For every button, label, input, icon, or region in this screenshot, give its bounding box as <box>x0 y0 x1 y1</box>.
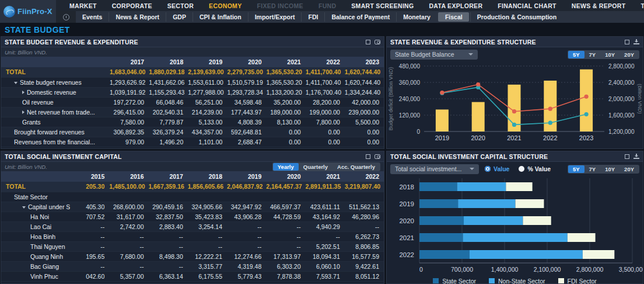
row-label: TOTAL <box>1 67 110 77</box>
main-menu-item-financial-chart[interactable]: FINANCIAL CHART <box>490 2 564 9</box>
legend-label: State Sector <box>442 278 476 284</box>
cell-value: 5,202.51 <box>306 241 345 251</box>
radio--value[interactable]: % Value <box>519 165 551 172</box>
camera-icon[interactable] <box>374 40 380 44</box>
cell-value: 979.00 <box>110 137 149 147</box>
row-label: Ha Noi <box>1 212 70 221</box>
sub-menu-item-production-consumption[interactable]: Production & Consumption <box>470 12 564 22</box>
cell-value: 2,139,639.00 <box>188 67 227 77</box>
cell-value: 1,365,530.20 <box>267 67 306 77</box>
expand-icon[interactable] <box>22 91 24 94</box>
sub-menu-item-fdi[interactable]: FDI <box>301 12 324 22</box>
maximize-icon[interactable] <box>366 40 370 44</box>
revenue-row[interactable]: State budget revenues1,293,626.921,431,6… <box>1 77 384 87</box>
range-20y[interactable]: 20Y <box>620 165 639 173</box>
range-20y[interactable]: 20Y <box>620 51 639 58</box>
svg-text:(Billion VND): (Billion VND) <box>637 84 642 114</box>
range-5y[interactable]: 5Y <box>568 51 584 58</box>
range-10y[interactable]: 10Y <box>600 51 620 58</box>
camera-icon[interactable] <box>374 154 380 159</box>
investment-row[interactable]: Ha Noi707.5231,617.0032,837.5035,423.834… <box>1 212 384 221</box>
investment-row[interactable]: Vinh Phuc042.605,357.006,363.146,175.555… <box>1 271 384 281</box>
main-menu-item-smart-screening[interactable]: SMART SCREENING <box>344 2 421 9</box>
maximize-icon[interactable] <box>366 154 370 159</box>
investment-row[interactable]: Capital under State...405.30268,600.0029… <box>1 202 384 212</box>
row-label: Quang Ninh <box>1 251 70 261</box>
revenue-row[interactable]: Domestic revenue1,039,191.921,155,293.43… <box>1 87 384 97</box>
sub-menu-item-gdp[interactable]: GDP <box>166 12 192 22</box>
svg-text:0: 0 <box>419 266 423 273</box>
cell-value: 268,600.00 <box>109 202 148 212</box>
cell-value: 1,856,605.66 <box>188 182 227 192</box>
collapse-icon[interactable] <box>14 82 18 84</box>
cell-value: 12,274.66 <box>227 251 266 261</box>
range-5y[interactable]: 5Y <box>568 165 584 173</box>
main-menu-item-data-explorer[interactable]: DATA EXPLORER <box>421 2 490 9</box>
maximize-icon[interactable] <box>625 40 629 44</box>
sub-menu-item-cpi-inflation[interactable]: CPI & Inflation <box>192 12 248 22</box>
investment-row[interactable]: Thai Nguyen------------5,202.518,806.85 <box>1 241 384 251</box>
chevron-down-icon <box>468 53 473 56</box>
radio-value[interactable]: Value <box>485 165 509 172</box>
tab-acc-quarterly[interactable]: Acc. Quarterly <box>332 163 380 171</box>
cell-value: 177,443.97 <box>227 107 266 117</box>
legend-item-state-sector[interactable]: State Sector <box>433 278 476 284</box>
revenue-expenditure-table: 2017201820192020202120222023TOTAL1,683,0… <box>1 57 384 147</box>
cell-value <box>188 192 227 202</box>
range-7y[interactable]: 7Y <box>584 51 601 58</box>
maximize-icon[interactable] <box>625 154 629 159</box>
investment-row[interactable]: Bac Giang------3,315.774,319.486,303.206… <box>1 261 384 271</box>
combo-chart: 01,200,000120,0001,600,000240,0002,000,0… <box>387 61 643 149</box>
sub-menu: EventsNews & ReportGDPCPI & InflationImp… <box>56 11 644 23</box>
collapse-icon[interactable] <box>22 206 26 209</box>
revenue-row[interactable]: Net revenue from trade...296,415.00202,5… <box>1 107 384 117</box>
cell-value: -- <box>188 231 227 241</box>
history-button[interactable] <box>56 11 76 23</box>
investment-row[interactable]: TOTAL205.301,485,100.001,667,359.161,856… <box>1 182 384 192</box>
main-menu-item-sector[interactable]: SECTOR <box>160 2 201 9</box>
main-menu-item-corporate[interactable]: CORPORATE <box>104 2 160 9</box>
range-10y[interactable]: 10Y <box>600 165 620 173</box>
sub-menu-item-monetary[interactable]: Monetary <box>396 12 437 22</box>
sub-menu-item-events[interactable]: Events <box>76 12 108 22</box>
radio-label: % Value <box>527 165 551 172</box>
year-header: 2019 <box>188 57 227 67</box>
revenue-row[interactable]: TOTAL1,683,046.001,880,029.182,139,639.0… <box>1 67 384 77</box>
revenue-row[interactable]: Revenues from the financial...979.001,49… <box>1 137 384 147</box>
tab-quarterly[interactable]: Quarterly <box>299 163 332 171</box>
brand-logo[interactable]: FiinPro-X <box>0 0 56 23</box>
svg-text:2,000,000: 2,000,000 <box>608 96 635 102</box>
revenue-row[interactable]: Grants7,580.007,779.875,133.004,808.398,… <box>1 117 384 127</box>
metric-dropdown[interactable]: State Budget Balance <box>390 50 478 60</box>
sub-menu-item-import-export[interactable]: Import/Export <box>248 12 302 22</box>
expand-icon[interactable] <box>22 110 24 114</box>
cell-value: 466,597.37 <box>266 202 305 212</box>
sub-menu-item-news-report[interactable]: News & Report <box>108 12 166 22</box>
investment-row[interactable]: Quang Ninh195.657,680.008,498.3012,222.2… <box>1 251 384 261</box>
main-menu-item-market[interactable]: MARKET <box>62 2 104 9</box>
svg-text:2,800,000: 2,800,000 <box>608 63 635 70</box>
main-menu-item-technical-chart[interactable]: TECHNICAL CHART <box>633 2 644 9</box>
cell-value: 5,133.00 <box>188 117 227 127</box>
main-menu-item-economy[interactable]: ECONOMY <box>201 2 249 9</box>
cell-value: -- <box>266 231 305 241</box>
legend-item-fdi-sector[interactable]: FDI Sector <box>558 278 597 284</box>
investment-row[interactable]: Lao Cai--2,742.002,883.403,254.14----4,9… <box>1 221 384 231</box>
investment-row[interactable]: State Sector <box>1 192 384 202</box>
download-icon[interactable] <box>634 154 639 159</box>
legend-item-non-state-sector[interactable]: Non-State Sector <box>489 278 545 284</box>
metric-dropdown[interactable]: Total social investment... <box>390 164 479 174</box>
investment-row[interactable]: Hoa Binh--------------6,262.73 <box>1 231 384 241</box>
revenue-row[interactable]: Brought forward revenues306,892.35326,37… <box>1 127 384 137</box>
sub-menu-item-fiscal[interactable]: Fiscal <box>438 12 469 22</box>
tab-yearly[interactable]: Yearly <box>273 163 299 171</box>
cell-value: -- <box>109 241 148 251</box>
cell-value: 342,947.92 <box>227 202 266 212</box>
range-7y[interactable]: 7Y <box>584 165 601 173</box>
revenue-row[interactable]: Oil revenue197,272.0066,048.4656,251.003… <box>1 97 384 107</box>
sub-menu-item-balance-of-payment[interactable]: Balance of Payment <box>324 12 396 22</box>
main-menu-item-news-report[interactable]: NEWS & REPORT <box>564 2 634 9</box>
cell-value: 290,459.16 <box>149 202 188 212</box>
download-icon[interactable] <box>634 39 639 44</box>
cell-value: 1,510,579.19 <box>227 77 266 87</box>
